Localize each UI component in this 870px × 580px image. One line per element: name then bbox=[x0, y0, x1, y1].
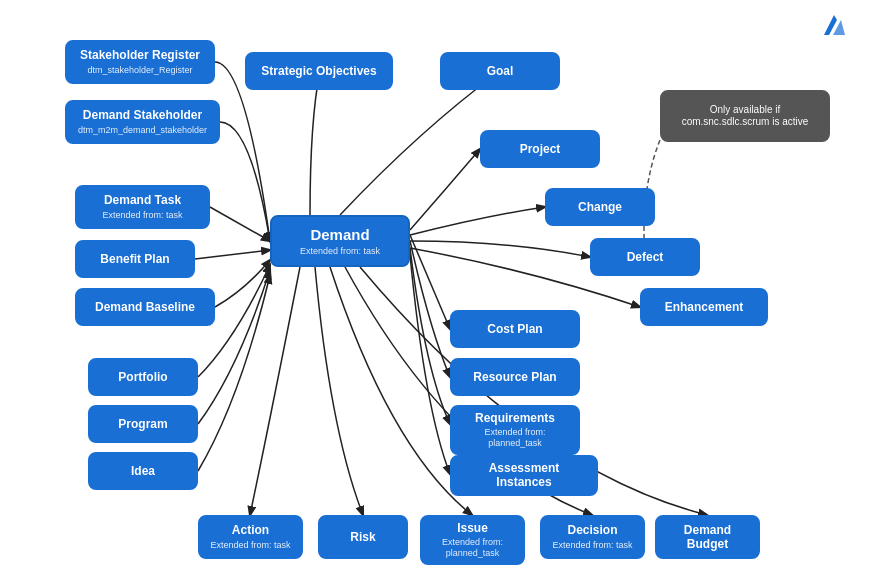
node-enhancement: Enhancement bbox=[640, 288, 768, 326]
node-label-assessment_instances: Assessment Instances bbox=[460, 461, 588, 490]
node-label-portfolio: Portfolio bbox=[118, 370, 167, 384]
node-sub-demand_stakeholder: dtm_m2m_demand_stakeholder bbox=[78, 125, 207, 136]
node-decision: DecisionExtended from: task bbox=[540, 515, 645, 559]
node-label-cost_plan: Cost Plan bbox=[487, 322, 542, 336]
node-label-program: Program bbox=[118, 417, 167, 431]
node-label-strategic_objectives: Strategic Objectives bbox=[261, 64, 376, 78]
node-label-idea: Idea bbox=[131, 464, 155, 478]
node-requirements: RequirementsExtended from: planned_task bbox=[450, 405, 580, 455]
node-label-project: Project bbox=[520, 142, 561, 156]
node-label-risk: Risk bbox=[350, 530, 375, 544]
node-sub-stakeholder_register: dtm_stakeholder_Register bbox=[87, 65, 192, 76]
node-sub-demand: Extended from: task bbox=[300, 246, 380, 257]
node-issue: IssueExtended from: planned_task bbox=[420, 515, 525, 565]
node-program: Program bbox=[88, 405, 198, 443]
node-label-demand_stakeholder: Demand Stakeholder bbox=[83, 108, 202, 122]
node-resource_plan: Resource Plan bbox=[450, 358, 580, 396]
node-label-change: Change bbox=[578, 200, 622, 214]
node-sub-demand_task: Extended from: task bbox=[102, 210, 182, 221]
node-label-defect: Defect bbox=[627, 250, 664, 264]
node-risk: Risk bbox=[318, 515, 408, 559]
node-label-only_available: Only available if com.snc.sdlc.scrum is … bbox=[670, 104, 820, 128]
diagram-container: Stakeholder Registerdtm_stakeholder_Regi… bbox=[0, 0, 870, 580]
node-idea: Idea bbox=[88, 452, 198, 490]
node-cost_plan: Cost Plan bbox=[450, 310, 580, 348]
node-action: ActionExtended from: task bbox=[198, 515, 303, 559]
node-sub-action: Extended from: task bbox=[210, 540, 290, 551]
node-label-resource_plan: Resource Plan bbox=[473, 370, 556, 384]
node-demand_task: Demand TaskExtended from: task bbox=[75, 185, 210, 229]
node-label-requirements: Requirements bbox=[475, 411, 555, 425]
node-label-demand_task: Demand Task bbox=[104, 193, 181, 207]
node-label-decision: Decision bbox=[567, 523, 617, 537]
node-goal: Goal bbox=[440, 52, 560, 90]
logo-icon bbox=[819, 10, 849, 40]
node-label-goal: Goal bbox=[487, 64, 514, 78]
node-label-stakeholder_register: Stakeholder Register bbox=[80, 48, 200, 62]
node-sub-requirements: Extended from: planned_task bbox=[460, 427, 570, 449]
node-only_available: Only available if com.snc.sdlc.scrum is … bbox=[660, 90, 830, 142]
node-demand: DemandExtended from: task bbox=[270, 215, 410, 267]
node-assessment_instances: Assessment Instances bbox=[450, 455, 598, 496]
node-label-issue: Issue bbox=[457, 521, 488, 535]
node-demand_stakeholder: Demand Stakeholderdtm_m2m_demand_stakeho… bbox=[65, 100, 220, 144]
logo bbox=[819, 10, 855, 40]
node-label-demand_budget: Demand Budget bbox=[665, 523, 750, 552]
node-stakeholder_register: Stakeholder Registerdtm_stakeholder_Regi… bbox=[65, 40, 215, 84]
node-sub-issue: Extended from: planned_task bbox=[430, 537, 515, 559]
node-demand_budget: Demand Budget bbox=[655, 515, 760, 559]
node-change: Change bbox=[545, 188, 655, 226]
node-demand_baseline: Demand Baseline bbox=[75, 288, 215, 326]
node-label-benefit_plan: Benefit Plan bbox=[100, 252, 169, 266]
node-label-demand_baseline: Demand Baseline bbox=[95, 300, 195, 314]
node-project: Project bbox=[480, 130, 600, 168]
node-portfolio: Portfolio bbox=[88, 358, 198, 396]
node-benefit_plan: Benefit Plan bbox=[75, 240, 195, 278]
node-strategic_objectives: Strategic Objectives bbox=[245, 52, 393, 90]
node-sub-decision: Extended from: task bbox=[552, 540, 632, 551]
node-label-demand: Demand bbox=[310, 226, 369, 244]
node-defect: Defect bbox=[590, 238, 700, 276]
node-label-enhancement: Enhancement bbox=[665, 300, 744, 314]
node-label-action: Action bbox=[232, 523, 269, 537]
